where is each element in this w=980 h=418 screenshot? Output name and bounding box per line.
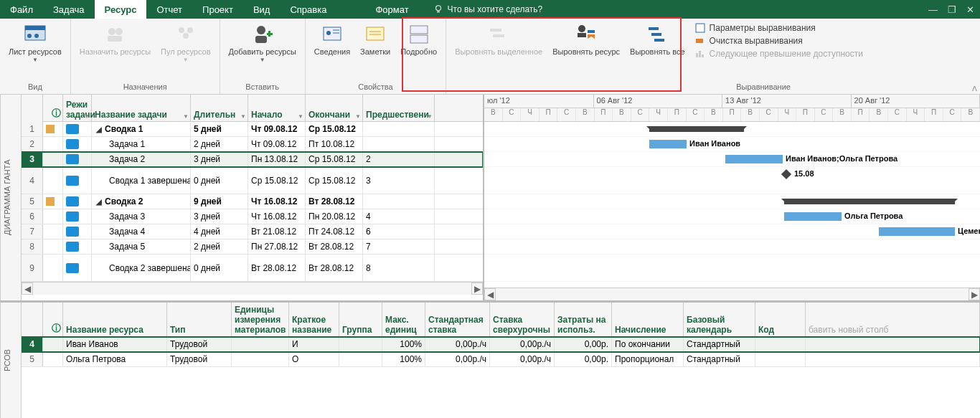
collapse-ribbon[interactable]: ᐱ bbox=[972, 85, 977, 92]
col-pred[interactable]: Предшествени▼ bbox=[363, 95, 435, 121]
task-name-cell[interactable]: Задача 2 bbox=[92, 152, 191, 166]
rcol-std[interactable]: Стандартная ставка bbox=[425, 303, 490, 336]
row-number[interactable]: 1 bbox=[22, 122, 43, 136]
res-cal-cell[interactable]: Стандартный bbox=[684, 352, 755, 366]
menu-resource[interactable]: Ресурс bbox=[95, 0, 147, 19]
menu-task[interactable]: Задача bbox=[43, 0, 95, 19]
row-number[interactable]: 5 bbox=[22, 352, 43, 366]
res-cost-cell[interactable]: 0,00р. bbox=[555, 352, 612, 366]
task-name-cell[interactable]: Задача 5 bbox=[92, 239, 191, 254]
rcol-max[interactable]: Макс. единиц bbox=[382, 303, 425, 336]
gantt-hscroll[interactable]: ◀ ▶ bbox=[484, 288, 980, 300]
rcol-short[interactable]: Краткое название bbox=[289, 303, 339, 336]
pred-cell[interactable]: 4 bbox=[363, 209, 435, 224]
task-name-cell[interactable]: Задача 4 bbox=[92, 224, 191, 239]
task-name-cell[interactable]: Задача 1 bbox=[92, 137, 191, 151]
finish-cell[interactable]: Ср 15.08.12 bbox=[306, 122, 363, 136]
task-row[interactable]: 3Задача 23 днейПн 13.08.12Ср 15.08.122 bbox=[22, 152, 483, 167]
information-button[interactable]: Сведения bbox=[310, 22, 354, 58]
res-std-cell[interactable]: 0,00р./ч bbox=[425, 352, 490, 366]
task-row[interactable]: 6Задача 33 днейЧт 16.08.12Пн 20.08.124 bbox=[22, 209, 483, 224]
finish-cell[interactable]: Пт 24.08.12 bbox=[306, 224, 363, 239]
resource-row[interactable]: 4Иван ИвановТрудовойИ100%0,00р./ч0,00р./… bbox=[22, 337, 980, 352]
col-start[interactable]: Начало▼ bbox=[248, 95, 306, 121]
finish-cell[interactable]: Пт 10.08.12 bbox=[306, 137, 363, 151]
finish-cell[interactable]: Ср 15.08.12 bbox=[306, 167, 363, 194]
clear-leveling[interactable]: Очистка выравнивания bbox=[695, 36, 863, 46]
menu-help[interactable]: Справка bbox=[280, 0, 336, 19]
row-number[interactable]: 6 bbox=[22, 209, 43, 224]
col-duration[interactable]: Длительн▼ bbox=[191, 95, 248, 121]
duration-cell[interactable]: 0 дней bbox=[191, 167, 248, 194]
task-row[interactable]: 5◢Сводка 29 днейЧт 16.08.12Вт 28.08.12 bbox=[22, 194, 483, 209]
summary-bar[interactable] bbox=[784, 199, 955, 204]
res-ovt-cell[interactable]: 0,00р./ч bbox=[490, 337, 555, 351]
rcol-type[interactable]: Тип bbox=[167, 303, 232, 336]
leveling-options[interactable]: Параметры выравнивания bbox=[695, 23, 863, 33]
gantt-scroll-left[interactable]: ◀ bbox=[484, 288, 496, 300]
summary-bar[interactable] bbox=[649, 126, 744, 132]
task-row[interactable]: 8Задача 52 днейПн 27.08.12Вт 28.08.127 bbox=[22, 239, 483, 255]
start-cell[interactable]: Чт 16.08.12 bbox=[248, 194, 306, 209]
pred-cell[interactable]: 2 bbox=[363, 152, 435, 166]
start-cell[interactable]: Вт 21.08.12 bbox=[248, 224, 306, 239]
start-cell[interactable]: Чт 09.08.12 bbox=[248, 137, 306, 151]
window-minimize[interactable]: — bbox=[928, 4, 938, 15]
col-name[interactable]: Название задачи▼ bbox=[92, 95, 191, 121]
collapse-icon[interactable]: ◢ bbox=[96, 198, 102, 206]
res-name-cell[interactable]: Ольга Петрова bbox=[63, 352, 167, 366]
start-cell[interactable]: Ср 15.08.12 bbox=[248, 167, 306, 194]
menu-view[interactable]: Вид bbox=[243, 0, 281, 19]
duration-cell[interactable]: 2 дней bbox=[191, 239, 248, 254]
pred-cell[interactable] bbox=[363, 137, 435, 151]
task-bar[interactable] bbox=[879, 227, 955, 236]
finish-cell[interactable]: Вт 28.08.12 bbox=[306, 239, 363, 254]
task-bar[interactable] bbox=[725, 155, 783, 163]
res-short-cell[interactable]: О bbox=[289, 352, 339, 366]
col-finish[interactable]: Окончани▼ bbox=[306, 95, 363, 121]
collapse-icon[interactable]: ◢ bbox=[96, 125, 102, 133]
task-name-cell[interactable]: ◢Сводка 1 bbox=[92, 122, 191, 136]
rcol-add[interactable]: бавить новый столб bbox=[806, 303, 980, 336]
res-cost-cell[interactable]: 0,00р. bbox=[555, 337, 612, 351]
notes-button[interactable]: Заметки bbox=[356, 22, 395, 58]
duration-cell[interactable]: 5 дней bbox=[191, 122, 248, 136]
finish-cell[interactable]: Пн 20.08.12 bbox=[306, 209, 363, 224]
finish-cell[interactable]: Ср 15.08.12 bbox=[306, 152, 363, 166]
res-unit-cell[interactable] bbox=[232, 337, 289, 351]
res-name-cell[interactable]: Иван Иванов bbox=[63, 337, 167, 351]
res-short-cell[interactable]: И bbox=[289, 337, 339, 351]
col-mode[interactable]: Режи задачи▼ bbox=[63, 95, 92, 121]
row-number[interactable]: 5 bbox=[22, 194, 43, 209]
res-std-cell[interactable]: 0,00р./ч bbox=[425, 337, 490, 351]
task-row[interactable]: 7Задача 44 днейВт 21.08.12Пт 24.08.126 bbox=[22, 224, 483, 239]
gantt-scroll-right[interactable]: ▶ bbox=[969, 288, 980, 300]
finish-cell[interactable]: Вт 28.08.12 bbox=[306, 194, 363, 209]
add-resources-button[interactable]: Добавить ресурсы ▼ bbox=[225, 22, 301, 65]
res-ovt-cell[interactable]: 0,00р./ч bbox=[490, 352, 555, 366]
duration-cell[interactable]: 0 дней bbox=[191, 255, 248, 281]
row-number[interactable]: 4 bbox=[22, 167, 43, 194]
duration-cell[interactable]: 4 дней bbox=[191, 224, 248, 239]
resource-sheet-button[interactable]: Лист ресурсов ▼ bbox=[4, 22, 66, 65]
row-number[interactable]: 2 bbox=[22, 137, 43, 151]
res-type-cell[interactable]: Трудовой bbox=[167, 337, 232, 351]
rcol-cal[interactable]: Базовый календарь bbox=[684, 303, 755, 336]
start-cell[interactable]: Вт 28.08.12 bbox=[248, 255, 306, 281]
pred-cell[interactable] bbox=[363, 122, 435, 136]
task-name-cell[interactable]: Сводка 1 завершена bbox=[92, 167, 191, 194]
task-bar[interactable] bbox=[649, 140, 687, 148]
menu-project[interactable]: Проект bbox=[192, 0, 243, 19]
duration-cell[interactable]: 3 дней bbox=[191, 152, 248, 166]
res-max-cell[interactable]: 100% bbox=[382, 352, 425, 366]
rcol-group[interactable]: Группа bbox=[339, 303, 382, 336]
res-accrue-cell[interactable]: Пропорционал bbox=[612, 352, 684, 366]
row-number[interactable]: 4 bbox=[22, 337, 43, 351]
task-name-cell[interactable]: Задача 3 bbox=[92, 209, 191, 224]
duration-cell[interactable]: 9 дней bbox=[191, 194, 248, 209]
rcol-code[interactable]: Код bbox=[755, 303, 806, 336]
pred-cell[interactable]: 7 bbox=[363, 239, 435, 254]
task-hscroll[interactable]: ◀ ▶ bbox=[22, 282, 483, 295]
tell-me[interactable]: Что вы хотите сделать? bbox=[433, 0, 543, 19]
res-cal-cell[interactable]: Стандартный bbox=[684, 337, 755, 351]
